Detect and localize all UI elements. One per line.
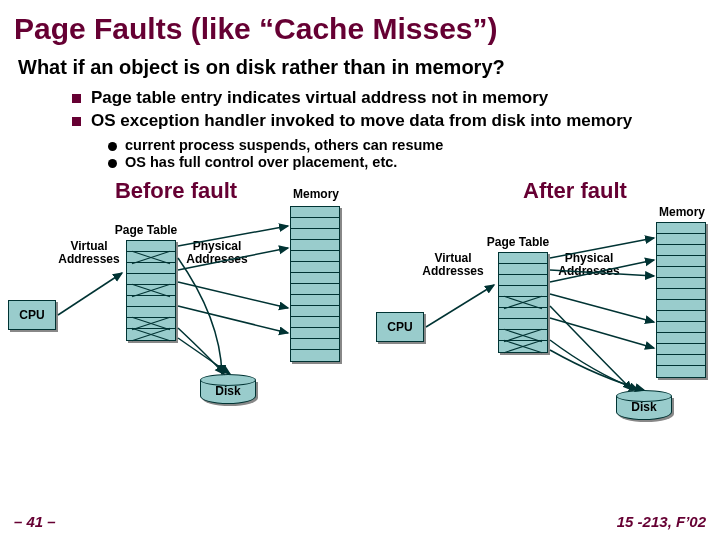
after-fault-diagram: After fault Memory Page Table Virtual Ad…	[370, 178, 720, 448]
svg-line-6	[550, 238, 654, 258]
svg-line-9	[550, 294, 654, 322]
sub-bullet-item: current process suspends, others can res…	[108, 137, 720, 153]
svg-line-0	[58, 273, 122, 315]
svg-line-5	[426, 285, 494, 327]
sub-bullet-item: OS has full control over placement, etc.	[108, 154, 720, 170]
slide-title: Page Faults (like “Cache Misses”)	[0, 8, 720, 48]
square-bullet-icon	[72, 117, 81, 126]
before-arrows	[0, 178, 370, 448]
bullet-list: Page table entry indicates virtual addre…	[0, 81, 720, 132]
footer-left: – 41 –	[14, 513, 56, 530]
sub-bullet-list: current process suspends, others can res…	[0, 134, 720, 170]
svg-line-3	[178, 282, 288, 308]
svg-line-4	[178, 306, 288, 333]
after-arrows	[370, 178, 720, 448]
dot-bullet-icon	[108, 142, 117, 151]
slide-subtitle: What if an object is on disk rather than…	[0, 48, 720, 81]
square-bullet-icon	[72, 94, 81, 103]
bullet-text: Page table entry indicates virtual addre…	[91, 87, 568, 108]
before-fault-diagram: Before fault Memory Page Table Virtual A…	[0, 178, 370, 448]
dot-bullet-icon	[108, 159, 117, 168]
bullet-item: Page table entry indicates virtual addre…	[72, 87, 720, 108]
sub-bullet-text: OS has full control over placement, etc.	[125, 154, 397, 170]
bullet-text: OS exception handler invoked to move dat…	[91, 110, 652, 131]
footer-right: 15 -213, F’02	[617, 513, 706, 530]
bullet-item: OS exception handler invoked to move dat…	[72, 110, 720, 131]
svg-line-2	[178, 248, 288, 270]
diagram-area: Before fault Memory Page Table Virtual A…	[0, 178, 720, 448]
sub-bullet-text: current process suspends, others can res…	[125, 137, 443, 153]
svg-line-1	[178, 226, 288, 246]
